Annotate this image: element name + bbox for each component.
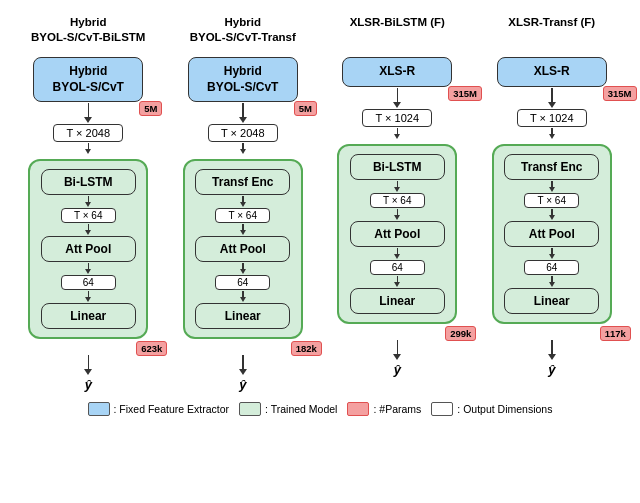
- legend-color-box: [239, 402, 261, 416]
- arrow-head: [394, 187, 400, 192]
- arrow-dim-to-att: [394, 209, 400, 220]
- arrow-line: [397, 88, 399, 102]
- diagram-container: HybridBYOL-S/CvT-BiLSTMHybridBYOL-S/CvT5…: [10, 10, 630, 392]
- column-title: HybridBYOL-S/CvT-Transf: [190, 15, 296, 51]
- column-xlsr-transf: XLSR-Transf (F)XLS-R315MT × 1024Transf E…: [479, 15, 626, 377]
- arrow-dim-to-att: [85, 224, 91, 235]
- output-section: 117k: [548, 324, 556, 360]
- arrow-to-trained: [394, 128, 400, 139]
- arrow-head: [549, 254, 555, 259]
- legend-label: : Trained Model: [265, 403, 337, 415]
- linear-block: Linear: [41, 303, 136, 329]
- arrow-head: [240, 149, 246, 154]
- arrow-head: [549, 215, 555, 220]
- dim-box-top: T × 1024: [517, 109, 587, 127]
- arrow-head: [85, 230, 91, 235]
- param-badge-top: 315M: [448, 86, 482, 101]
- arrow-head: [549, 187, 555, 192]
- column-hybrid-bilstm: HybridBYOL-S/CvT-BiLSTMHybridBYOL-S/CvT5…: [15, 15, 162, 392]
- column-title: XLSR-Transf (F): [508, 15, 595, 51]
- dim-box-att: 64: [370, 260, 425, 275]
- arrow-seq-to-dim: [549, 181, 555, 192]
- arrow-head: [394, 215, 400, 220]
- arrow-att-to-64: [85, 263, 91, 274]
- arrow-seq-to-dim: [394, 181, 400, 192]
- legend-item-trained-model: : Trained Model: [239, 402, 337, 416]
- legend-color-box: [431, 402, 453, 416]
- param-badge-top: 315M: [603, 86, 637, 101]
- output-section: 623k: [84, 339, 92, 375]
- arrow-head: [240, 230, 246, 235]
- trained-model-container: Bi-LSTMT × 64Att Pool64Linear: [337, 144, 457, 324]
- output-section: 182k: [239, 339, 247, 375]
- linear-block: Linear: [350, 288, 445, 314]
- attention-pool-block: Att Pool: [195, 236, 290, 262]
- arrow-head: [84, 117, 92, 123]
- arrow-head: [85, 297, 91, 302]
- y-hat-label: ŷ: [548, 362, 555, 377]
- linear-block: Linear: [504, 288, 599, 314]
- arrow-head: [394, 134, 400, 139]
- dim-box-top: T × 1024: [362, 109, 432, 127]
- legend-item-output-dims: : Output Dimensions: [431, 402, 552, 416]
- legend-label: : #Params: [373, 403, 421, 415]
- arrow-head: [85, 269, 91, 274]
- arrow-att-to-64: [549, 248, 555, 259]
- output-arrow-line: [551, 340, 553, 354]
- sequence-block: Bi-LSTM: [350, 154, 445, 180]
- arrow-head: [240, 202, 246, 207]
- dim-box-mid: T × 64: [61, 208, 116, 223]
- arrow-head: [549, 134, 555, 139]
- arrow-with-params: 315M: [548, 87, 556, 109]
- column-title: XLSR-BiLSTM (F): [350, 15, 445, 51]
- output-section: 299k: [393, 324, 401, 360]
- output-arrow-line: [242, 355, 244, 369]
- output-arrow-line: [397, 340, 399, 354]
- arrow-to-trained: [85, 143, 91, 154]
- column-title: HybridBYOL-S/CvT-BiLSTM: [31, 15, 145, 51]
- dim-box-mid: T × 64: [524, 193, 579, 208]
- dim-box-top: T × 2048: [208, 124, 278, 142]
- column-xlsr-bilstm: XLSR-BiLSTM (F)XLS-R315MT × 1024Bi-LSTMT…: [324, 15, 471, 377]
- arrow-head: [85, 149, 91, 154]
- legend-color-box: [347, 402, 369, 416]
- dim-box-mid: T × 64: [370, 193, 425, 208]
- feature-extractor-box: HybridBYOL-S/CvT: [188, 57, 298, 102]
- trained-model-container: Bi-LSTMT × 64Att Pool64Linear: [28, 159, 148, 339]
- arrow-with-params: 315M: [393, 87, 401, 109]
- arrow-to-trained: [240, 143, 246, 154]
- arrow-with-params: 5M: [239, 102, 247, 124]
- arrow-head: [85, 202, 91, 207]
- arrow-head: [240, 297, 246, 302]
- sequence-block: Transf Enc: [195, 169, 290, 195]
- param-badge-bottom: 182k: [291, 341, 322, 356]
- legend-color-box: [88, 402, 110, 416]
- legend-item-fixed-fe: : Fixed Feature Extractor: [88, 402, 230, 416]
- arrow-dim-to-att: [240, 224, 246, 235]
- output-arrow-head: [239, 369, 247, 375]
- arrow-with-params: 5M: [84, 102, 92, 124]
- param-badge-top: 5M: [294, 101, 317, 116]
- arrow-line: [242, 103, 244, 117]
- linear-block: Linear: [195, 303, 290, 329]
- feature-extractor-box: XLS-R: [342, 57, 452, 87]
- y-hat-label: ŷ: [239, 377, 246, 392]
- feature-extractor-box: HybridBYOL-S/CvT: [33, 57, 143, 102]
- attention-pool-block: Att Pool: [504, 221, 599, 247]
- arrow-head: [394, 254, 400, 259]
- param-badge-bottom: 299k: [445, 326, 476, 341]
- arrow-head: [393, 102, 401, 108]
- y-hat-label: ŷ: [85, 377, 92, 392]
- arrow-line: [551, 88, 553, 102]
- param-badge-bottom: 623k: [136, 341, 167, 356]
- sequence-block: Bi-LSTM: [41, 169, 136, 195]
- dim-box-mid: T × 64: [215, 208, 270, 223]
- sequence-block: Transf Enc: [504, 154, 599, 180]
- arrow-64-to-linear: [240, 291, 246, 302]
- output-arrow-head: [84, 369, 92, 375]
- arrow-head: [394, 282, 400, 287]
- dim-box-att: 64: [61, 275, 116, 290]
- trained-model-container: Transf EncT × 64Att Pool64Linear: [183, 159, 303, 339]
- arrow-head: [549, 282, 555, 287]
- arrow-to-trained: [549, 128, 555, 139]
